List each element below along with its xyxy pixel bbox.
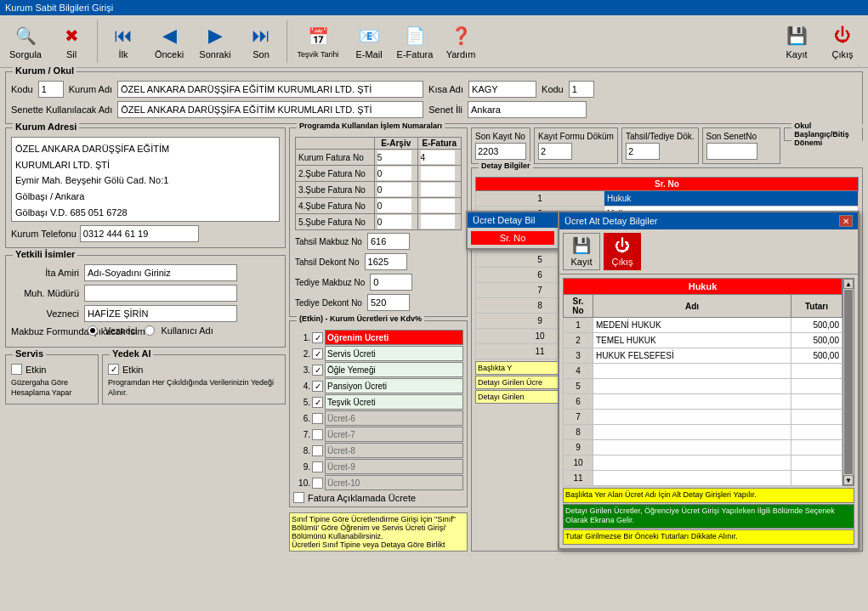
sonraki-button[interactable]: ▶ Sonraki (193, 18, 237, 65)
ucret-cb-10[interactable] (312, 478, 323, 489)
ucret-cb-8[interactable] (312, 445, 323, 456)
ucret-input-5[interactable] (325, 394, 463, 410)
yardim-button[interactable]: ❓ Yardım (439, 18, 483, 65)
alt-table-scrollbar[interactable]: ▲ ▼ (842, 278, 854, 486)
alt-tutar-10[interactable] (791, 455, 842, 471)
telefon-label: Kurum Telefonu (11, 229, 77, 239)
ucret-cb-5[interactable] (312, 397, 323, 408)
ucret-cb-7[interactable] (312, 429, 323, 440)
ucret-cb-1[interactable] (312, 332, 323, 343)
vezneci-input[interactable] (84, 305, 237, 322)
senet-ili-input[interactable] (468, 101, 587, 118)
alt-tutar-5[interactable] (791, 379, 842, 394)
alt-tutar-4[interactable] (791, 364, 842, 379)
detay-ad-1[interactable]: Hukuk (604, 191, 858, 206)
sorgula-button[interactable]: 🔍 Sorgula (3, 18, 48, 65)
yedek-etkin-checkbox[interactable] (108, 364, 119, 375)
son-icon: ⏭ (249, 24, 273, 48)
senette-input[interactable] (117, 101, 423, 118)
alt-tutar-2[interactable]: 500,00 (791, 333, 842, 348)
email-button[interactable]: 📧 E-Mail (347, 18, 391, 65)
ucret-cb-2[interactable] (312, 348, 323, 359)
kurum-adi-input[interactable] (117, 81, 423, 98)
ucret-input-6[interactable] (325, 410, 463, 426)
alt-detay-kayit-icon: 💾 (572, 236, 591, 255)
senet-ili-label: Senet İli (428, 105, 462, 115)
ucret-input-7[interactable] (325, 427, 463, 442)
servis-etkin-checkbox[interactable] (11, 364, 22, 375)
tediye-makbuz-input[interactable] (370, 274, 412, 291)
alt-ad-4[interactable] (593, 364, 791, 379)
ucret-input-10[interactable] (325, 475, 463, 490)
scroll-up-btn[interactable]: ▲ (843, 279, 854, 289)
alt-tutar-6[interactable] (791, 394, 842, 410)
onceki-button[interactable]: ◀ Önceki (147, 18, 191, 65)
servis-etkin-label: Etkin (26, 365, 46, 375)
alt-tutar-3[interactable]: 500,00 (791, 348, 842, 364)
ita-input[interactable] (84, 264, 237, 281)
radio-kullanici[interactable] (145, 325, 155, 336)
alt-detay-kayit-button[interactable]: 💾 Kayıt (563, 233, 600, 270)
cikis-button[interactable]: ⏻ Çıkış (820, 18, 865, 65)
kayit-formu-input[interactable] (538, 143, 572, 160)
tahsil-dekont-input[interactable] (365, 253, 407, 270)
alt-tutar-8[interactable] (791, 425, 842, 440)
alt-ad-9[interactable] (593, 440, 791, 455)
kodu2-input[interactable] (569, 81, 594, 98)
son-button[interactable]: ⏭ Son (239, 18, 283, 65)
efatura-button[interactable]: 📄 E-Fatura (393, 18, 437, 65)
alt-ad-10[interactable] (593, 455, 791, 471)
adres-label: Kurum Adresi (13, 122, 79, 132)
tahsil-makbuz-input[interactable] (367, 233, 410, 250)
alt-ad-11[interactable] (593, 471, 791, 486)
tesvik-button[interactable]: 📅 Teşvik Tarihi (291, 18, 345, 65)
ucret-cb-9[interactable] (312, 461, 323, 472)
telefon-input[interactable] (80, 225, 199, 242)
alt-ad-7[interactable] (593, 410, 791, 425)
row1-val1 (374, 150, 417, 166)
alt-detay-close-button[interactable]: ✕ (839, 215, 853, 227)
alt-info1: Başlıkta Yer Alan Ücret Adı İçin Alt Det… (563, 488, 854, 503)
kodu-input[interactable]: 1 (38, 81, 64, 98)
adres-text[interactable]: ÖZEL ANKARA DARÜŞŞİFA EĞİTİM KURUMLARI L… (11, 137, 280, 222)
alt-ad-2[interactable]: TEMEL HUKUK (593, 333, 791, 348)
ucret-input-2[interactable] (325, 346, 463, 361)
son-kayit-label: Son Kayıt No (475, 132, 526, 141)
sil-button[interactable]: ✖ Sil (49, 18, 94, 65)
fatura-cb[interactable] (293, 492, 304, 503)
radio-vezneci[interactable] (88, 325, 98, 336)
alt-detay-cikis-button[interactable]: ⏻ Çıkış (604, 233, 641, 270)
sil-icon: ✖ (60, 24, 83, 48)
alt-ad-8[interactable] (593, 425, 791, 440)
son-kayit-input[interactable] (475, 143, 526, 160)
alt-ad-1[interactable]: MEDENİ HUKUK (593, 318, 791, 333)
ucret-cb-4[interactable] (312, 381, 323, 392)
alt-row-9: 9 (564, 440, 842, 455)
ucret-input-3[interactable] (325, 362, 463, 377)
ilk-button[interactable]: ⏮ İlk (101, 18, 145, 65)
alt-row-6: 6 (564, 394, 842, 410)
kisa-adi-input[interactable] (468, 81, 536, 98)
scroll-down-btn[interactable]: ▼ (843, 475, 854, 485)
kayit-button[interactable]: 💾 Kayıt (774, 18, 819, 65)
vezneci-label: Vezneci (11, 308, 79, 319)
ucret-input-1[interactable] (325, 330, 463, 345)
detay-header: Sr. No (476, 178, 859, 191)
alt-ad-3[interactable]: HUKUK FELSEFESİ (593, 348, 791, 364)
alt-tutar-7[interactable] (791, 410, 842, 425)
ucret-input-4[interactable] (325, 378, 463, 393)
alt-tutar-11[interactable] (791, 471, 842, 486)
alt-detay-title: Ücret Alt Detay Bilgiler ✕ (559, 212, 858, 229)
alt-ad-6[interactable] (593, 394, 791, 410)
ucret-input-8[interactable] (325, 443, 463, 458)
tediye-dekont-input[interactable] (367, 294, 410, 311)
alt-tutar-1[interactable]: 500,00 (791, 318, 842, 333)
ucret-input-9[interactable] (325, 459, 463, 474)
muh-input[interactable] (84, 285, 237, 302)
alt-ad-5[interactable] (593, 379, 791, 394)
tahsil-dok-input[interactable] (626, 143, 660, 160)
ucret-cb-6[interactable] (312, 413, 323, 424)
alt-tutar-9[interactable] (791, 440, 842, 455)
ucret-cb-3[interactable] (312, 365, 323, 376)
son-senet-input[interactable] (706, 143, 757, 160)
